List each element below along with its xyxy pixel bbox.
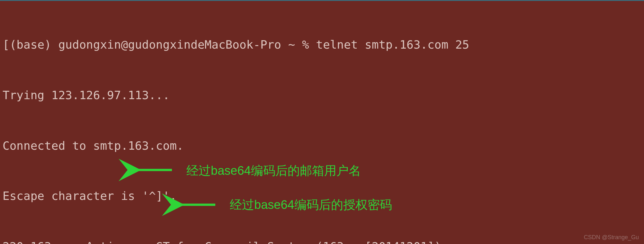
output-line: Escape character is '^]'. — [3, 188, 641, 204]
shell-prompt: (base) gudongxin@gudongxindeMacBook-Pro … — [10, 38, 469, 51]
output-line: 220 163.com Anti-spam GT for Coremail Sy… — [3, 238, 641, 244]
watermark: CSDN @Strange_Gu — [584, 233, 639, 241]
terminal-output[interactable]: [(base) gudongxin@gudongxindeMacBook-Pro… — [0, 1, 644, 244]
prompt-line: [(base) gudongxin@gudongxindeMacBook-Pro… — [3, 36, 641, 53]
output-line: Connected to smtp.163.com. — [3, 137, 641, 154]
output-line: Trying 123.126.97.113... — [3, 87, 641, 104]
bracket-char: [ — [3, 38, 10, 51]
